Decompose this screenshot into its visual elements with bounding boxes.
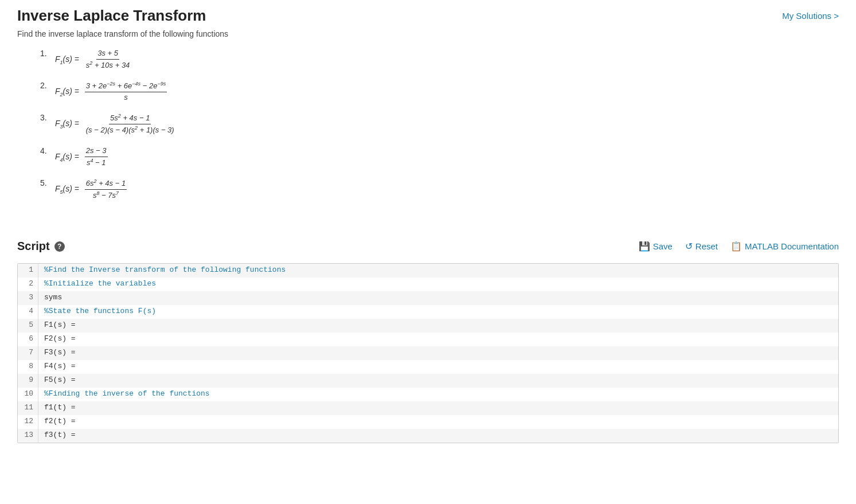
fraction-5: 6s2 + 4s − 1 s8 − 7s7 xyxy=(85,178,127,201)
line-content[interactable]: F2(s) = xyxy=(38,333,838,346)
line-content[interactable]: F5(s) = xyxy=(38,374,838,388)
fraction-2: 3 + 2e−2s + 6e−4s − 2e−9s s xyxy=(85,81,167,103)
reset-label: Reset xyxy=(695,241,718,251)
line-number: 4 xyxy=(18,305,38,319)
problem-expr-3: F3(s) = 5s2 + 4s − 1 (s − 2)(s − 4)(s2 +… xyxy=(55,113,177,135)
problem-num-3: 3. xyxy=(40,113,52,122)
problem-item-2: 2. F2(s) = 3 + 2e−2s + 6e−4s − 2e−9s s xyxy=(40,81,839,103)
page-title: Inverse Laplace Transform xyxy=(17,7,206,25)
code-line: 7F3(s) = xyxy=(18,346,838,360)
problem-item-3: 3. F3(s) = 5s2 + 4s − 1 (s − 2)(s − 4)(s… xyxy=(40,113,839,135)
line-content[interactable]: %Finding the inverse of the functions xyxy=(38,388,838,401)
code-line: 5F1(s) = xyxy=(18,319,838,333)
problem-item-1: 1. F1(s) = 3s + 5 s2 + 10s + 34 xyxy=(40,49,839,71)
code-line: 3syms xyxy=(18,291,838,305)
fraction-4: 2s − 3 s4 − 1 xyxy=(85,146,108,168)
line-number: 10 xyxy=(18,388,38,401)
save-icon: 💾 xyxy=(639,241,650,252)
line-number: 11 xyxy=(18,401,38,415)
script-header: Script ? 💾 Save ↺ Reset 📋 MATLAB Documen… xyxy=(0,234,856,259)
line-content[interactable]: %Initialize the variables xyxy=(38,278,838,291)
save-button[interactable]: 💾 Save xyxy=(639,241,673,252)
line-content[interactable]: f1(t) = xyxy=(38,401,838,415)
problem-expr-4: F4(s) = 2s − 3 s4 − 1 xyxy=(55,146,109,168)
reset-icon: ↺ xyxy=(685,241,693,252)
line-number: 13 xyxy=(18,429,38,443)
line-number: 1 xyxy=(18,264,38,278)
line-content[interactable]: F3(s) = xyxy=(38,346,838,360)
line-content[interactable]: %Find the Inverse transform of the follo… xyxy=(38,264,838,278)
code-line: 11f1(t) = xyxy=(18,401,838,415)
line-content[interactable]: F1(s) = xyxy=(38,319,838,333)
problem-num-5: 5. xyxy=(40,178,52,187)
code-line: 2%Initialize the variables xyxy=(18,278,838,291)
code-line: 8F4(s) = xyxy=(18,360,838,374)
matlab-docs-icon: 📋 xyxy=(730,241,742,252)
fraction-3: 5s2 + 4s − 1 (s − 2)(s − 4)(s2 + 1)(s − … xyxy=(85,113,175,135)
problem-num-4: 4. xyxy=(40,146,52,155)
line-content[interactable]: %State the functions F(s) xyxy=(38,305,838,319)
line-number: 8 xyxy=(18,360,38,374)
line-number: 7 xyxy=(18,346,38,360)
line-content[interactable]: syms xyxy=(38,291,838,305)
line-number: 5 xyxy=(18,319,38,333)
problem-description: Find the inverse laplace transform of th… xyxy=(17,29,839,38)
reset-button[interactable]: ↺ Reset xyxy=(685,241,718,252)
save-label: Save xyxy=(653,241,673,251)
line-number: 6 xyxy=(18,333,38,346)
script-title-text: Script xyxy=(17,240,50,253)
help-icon[interactable]: ? xyxy=(54,241,65,252)
line-number: 2 xyxy=(18,278,38,291)
fraction-1: 3s + 5 s2 + 10s + 34 xyxy=(85,49,131,71)
problem-expr-2: F2(s) = 3 + 2e−2s + 6e−4s − 2e−9s s xyxy=(55,81,168,103)
problems-list: 1. F1(s) = 3s + 5 s2 + 10s + 34 2. F2(s)… xyxy=(40,49,839,201)
line-content[interactable]: f3(t) = xyxy=(38,429,838,443)
line-number: 12 xyxy=(18,415,38,429)
problem-expr-1: F1(s) = 3s + 5 s2 + 10s + 34 xyxy=(55,49,132,71)
script-actions: 💾 Save ↺ Reset 📋 MATLAB Documentation xyxy=(639,241,839,252)
code-line: 9F5(s) = xyxy=(18,374,838,388)
matlab-docs-button[interactable]: 📋 MATLAB Documentation xyxy=(730,241,839,252)
code-editor[interactable]: 1%Find the Inverse transform of the foll… xyxy=(17,263,839,443)
code-line: 12f2(t) = xyxy=(18,415,838,429)
line-content[interactable]: f2(t) = xyxy=(38,415,838,429)
code-line: 13f3(t) = xyxy=(18,429,838,443)
my-solutions-link[interactable]: My Solutions > xyxy=(782,11,839,21)
matlab-docs-label: MATLAB Documentation xyxy=(745,241,839,251)
problem-num-1: 1. xyxy=(40,49,52,58)
content-area: Find the inverse laplace transform of th… xyxy=(0,29,856,222)
problem-item-4: 4. F4(s) = 2s − 3 s4 − 1 xyxy=(40,146,839,168)
problem-item-5: 5. F5(s) = 6s2 + 4s − 1 s8 − 7s7 xyxy=(40,178,839,201)
line-number: 3 xyxy=(18,291,38,305)
script-title-container: Script ? xyxy=(17,240,65,253)
line-content[interactable]: F4(s) = xyxy=(38,360,838,374)
problem-num-2: 2. xyxy=(40,81,52,90)
code-line: 1%Find the Inverse transform of the foll… xyxy=(18,264,838,278)
code-line: 4%State the functions F(s) xyxy=(18,305,838,319)
code-line: 6F2(s) = xyxy=(18,333,838,346)
problem-expr-5: F5(s) = 6s2 + 4s − 1 s8 − 7s7 xyxy=(55,178,128,201)
top-bar: Inverse Laplace Transform My Solutions > xyxy=(0,0,856,29)
code-line: 10%Finding the inverse of the functions xyxy=(18,388,838,401)
line-number: 9 xyxy=(18,374,38,388)
